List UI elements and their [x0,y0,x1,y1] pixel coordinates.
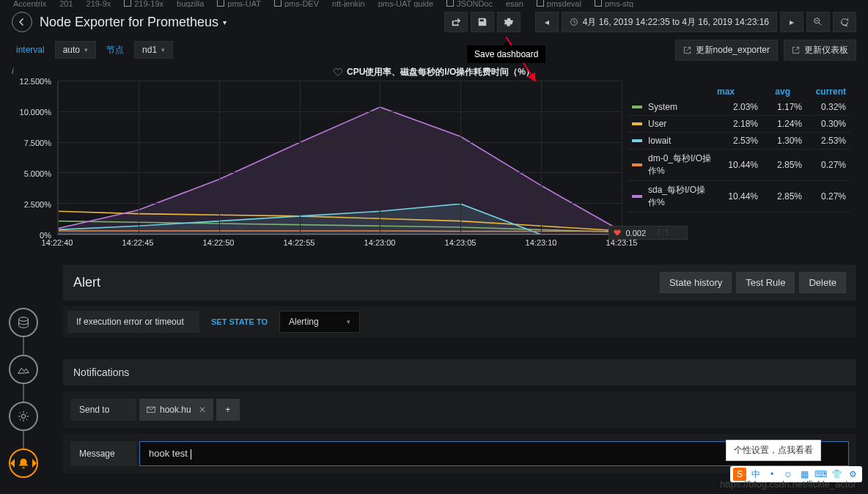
tab-queries[interactable] [9,402,38,431]
svg-point-4 [21,414,25,418]
time-range-text: 4月 16, 2019 14:22:35 to 4月 16, 2019 14:2… [583,16,769,29]
panel-title[interactable]: CPU使用率、磁盘每秒的I/O操作耗费时间（%） [12,63,856,81]
add-notification-button[interactable]: + [216,399,240,421]
chart-area[interactable]: 0%2.500%5.000%7.500%10.000%12.500% 14:22… [12,81,622,250]
legend-row[interactable]: Iowait2.53%1.30%2.53% [628,133,850,150]
time-range-picker[interactable]: 4月 16, 2019 14:22:35 to 4月 16, 2019 14:2… [562,12,777,32]
notifications-heading: Notifications [63,359,856,386]
state-history-button[interactable]: State history [660,272,732,293]
mail-icon [147,406,155,413]
tab-general[interactable] [9,308,38,337]
dashboard-title-text: Node Exporter for Prometheus [40,15,218,30]
var-node-select[interactable]: nd1▾ [134,41,173,59]
external-link-icon [683,46,691,54]
tab-visualization[interactable] [9,355,38,384]
if-error-label: If execution error or timeout [67,311,199,333]
legend-header-max[interactable]: max [699,86,735,97]
tab-rail [9,308,38,478]
alert-heading: Alert [73,275,100,290]
send-to-label: Send to [70,399,136,421]
share-button[interactable] [444,12,468,32]
threshold-tag[interactable]: 0.002 ⋮⋮ [608,226,688,240]
back-button[interactable] [12,12,32,32]
delete-button[interactable]: Delete [799,272,846,293]
variable-row: interval auto▾ 节点 nd1▾ 更新node_exporter 更… [0,37,868,63]
alert-header: Alert State history Test Rule Delete [63,265,856,301]
link-update-exporter[interactable]: 更新node_exporter [675,40,778,61]
legend-header-current[interactable]: current [811,86,846,97]
heart-icon [334,68,342,77]
var-node-label: 节点 [102,44,128,56]
time-next-button[interactable]: ▸ [780,12,803,32]
error-state-row: If execution error or timeout SET STATE … [63,306,856,337]
legend-row[interactable]: dm-0_每秒I/O操作%10.44%2.85%0.27% [628,150,850,181]
time-prev-button[interactable]: ◂ [535,12,559,32]
save-button[interactable] [471,12,494,32]
tab-alert[interactable] [9,449,38,478]
refresh-button[interactable] [833,12,856,32]
var-interval-label: interval [12,45,49,55]
watermark: https://blog.csdn.net/fickle_actor [720,479,856,490]
external-link-icon [792,46,800,54]
message-label: Message [70,441,136,466]
legend-header-avg[interactable]: avg [755,86,790,97]
sogou-tip[interactable]: 个性设置，点我看看 [726,440,821,461]
svg-point-3 [19,317,29,321]
topbar: Node Exporter for Prometheus ▾ ◂ 4月 16, … [0,7,868,37]
legend-row[interactable]: sda_每秒I/O操作%10.44%2.85%0.27% [628,181,850,213]
chip-remove[interactable]: ✕ [199,405,206,415]
clock-icon [570,18,578,26]
var-interval-select[interactable]: auto▾ [55,41,96,59]
chevron-down-icon: ▾ [223,18,227,26]
bookmark-bar: Accentrix201219-9x 219-19xbugzilla pms-U… [0,0,868,7]
heart-broken-icon [614,229,621,237]
dashboard-title[interactable]: Node Exporter for Prometheus ▾ [40,15,227,30]
legend-row[interactable]: System2.03%1.17%0.32% [628,99,850,116]
legend-row[interactable]: User2.18%1.24%0.30% [628,116,850,133]
send-to-row: Send to hook.hu ✕ + [63,391,856,428]
legend: max avg current System2.03%1.17%0.32%Use… [622,81,856,250]
zoom-out-button[interactable] [806,12,830,32]
set-state-select[interactable]: Alerting▾ [279,311,360,333]
notification-chip[interactable]: hook.hu ✕ [139,399,213,421]
set-state-label: SET STATE TO [202,311,276,333]
chart-panel: i CPU使用率、磁盘每秒的I/O操作耗费时间（%） 0%2.500%5.000… [12,63,856,250]
settings-button[interactable] [497,12,521,32]
info-icon[interactable]: i [12,66,14,76]
link-update-dashboard[interactable]: 更新仪表板 [784,40,856,61]
test-rule-button[interactable]: Test Rule [736,272,795,293]
